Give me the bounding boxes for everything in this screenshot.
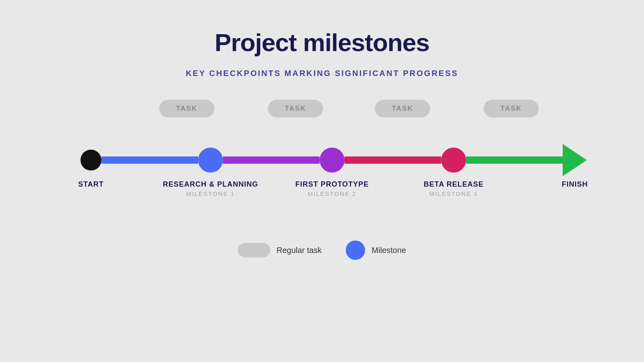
- legend-milestone: Milestone: [346, 241, 406, 260]
- page-subtitle: KEY CHECKPOINTS MARKING SIGNIFICANT PROG…: [186, 69, 458, 78]
- label-milestone-3: BETA RELEASEMILESTONE 3: [423, 180, 483, 197]
- tasks-row: TASK TASK TASK TASK: [80, 97, 564, 120]
- finish-arrow: [563, 144, 587, 176]
- labels-row: STARTRESEARCH & PLANNINGMILESTONE 1FIRST…: [80, 180, 564, 208]
- label-milestone-0: START: [78, 180, 104, 189]
- timeline-container: STARTRESEARCH & PLANNINGMILESTONE 1FIRST…: [80, 144, 564, 208]
- segment-2: [223, 156, 320, 164]
- legend-task: Regular task: [238, 243, 322, 257]
- milestone-dot-2: [320, 148, 345, 173]
- milestone-dot-1: [198, 148, 223, 173]
- task-pill-2: TASK: [268, 100, 323, 117]
- task-pill-1: TASK: [159, 100, 214, 117]
- label-milestone-1: RESEARCH & PLANNINGMILESTONE 1: [163, 180, 258, 197]
- task-pill-3: TASK: [375, 100, 430, 117]
- segment-4: [466, 156, 563, 164]
- segment-3: [345, 156, 441, 164]
- label-milestone-4: FINISH: [561, 180, 588, 189]
- legend: Regular task Milestone: [238, 241, 406, 260]
- timeline-line: [80, 144, 564, 176]
- segment-1: [101, 156, 198, 164]
- start-dot: [80, 150, 101, 171]
- page-title: Project milestones: [215, 28, 429, 57]
- legend-milestone-icon: [346, 241, 365, 260]
- milestone-dot-3: [441, 148, 466, 173]
- legend-task-label: Regular task: [277, 246, 322, 255]
- task-pill-4: TASK: [483, 100, 539, 117]
- label-milestone-2: FIRST PROTOTYPEMILESTONE 2: [295, 180, 369, 197]
- legend-milestone-label: Milestone: [372, 246, 406, 255]
- legend-task-icon: [238, 243, 270, 257]
